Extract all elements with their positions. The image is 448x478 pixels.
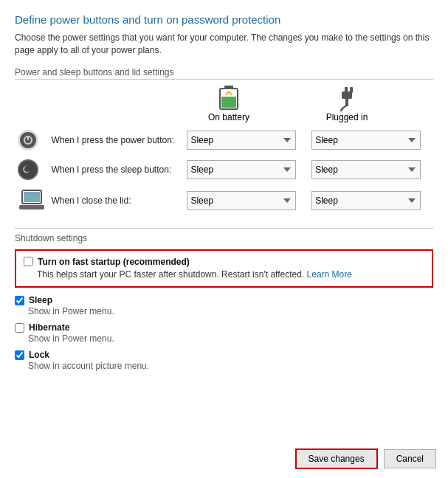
lock-option-label[interactable]: Lock xyxy=(29,350,49,360)
fast-startup-box: Turn on fast startup (recommended) This … xyxy=(15,249,433,288)
power-button-icon xyxy=(18,130,38,150)
svg-rect-2 xyxy=(221,97,236,108)
column-headers: On battery Plugged in xyxy=(170,86,433,122)
sleep-sub-text: Show in Power menu. xyxy=(28,306,433,316)
cancel-button[interactable]: Cancel xyxy=(384,449,436,468)
svg-line-4 xyxy=(229,91,232,95)
sleep-button-icon-cell xyxy=(15,155,48,184)
sleep-button-icon xyxy=(18,159,38,180)
learn-more-link[interactable]: Learn More xyxy=(307,269,352,280)
power-plugged-select[interactable]: Do nothing Sleep Hibernate Shut down xyxy=(311,131,421,150)
sleep-plugged-select-cell: Do nothing Sleep Hibernate Shut down xyxy=(309,155,433,184)
sleep-plugged-select[interactable]: Do nothing Sleep Hibernate Shut down xyxy=(311,160,421,179)
table-row: When I press the sleep button: Do nothin… xyxy=(15,155,433,184)
hibernate-option: Hibernate Show in Power menu. xyxy=(15,322,433,344)
shutdown-section: Shutdown settings Turn on fast startup (… xyxy=(15,228,433,372)
power-battery-select-cell: Do nothing Sleep Hibernate Shut down xyxy=(184,125,309,155)
plug-icon xyxy=(334,86,360,112)
fast-startup-checkbox[interactable] xyxy=(24,257,33,266)
fast-startup-row: Turn on fast startup (recommended) xyxy=(24,257,424,267)
main-panel: Define power buttons and turn on passwor… xyxy=(0,0,448,478)
sleep-battery-select[interactable]: Do nothing Sleep Hibernate Shut down xyxy=(187,160,296,179)
battery-icon xyxy=(218,86,240,112)
shutdown-title: Shutdown settings xyxy=(15,233,433,243)
lid-icon-cell xyxy=(15,184,48,218)
on-battery-header: On battery xyxy=(170,86,288,122)
lock-sub-text: Show in account picture menu. xyxy=(28,361,433,371)
lid-battery-select-cell: Do nothing Sleep Hibernate Shut down xyxy=(184,184,309,218)
table-row: When I close the lid: Do nothing Sleep H… xyxy=(15,184,433,218)
lid-plugged-select[interactable]: Do nothing Sleep Hibernate Shut down xyxy=(311,191,421,210)
hibernate-checkbox[interactable] xyxy=(15,323,24,333)
power-button-icon-cell xyxy=(15,125,48,155)
page-description: Choose the power settings that you want … xyxy=(15,32,433,57)
svg-rect-12 xyxy=(24,192,40,202)
hibernate-option-label[interactable]: Hibernate xyxy=(29,322,69,333)
page-title: Define power buttons and turn on passwor… xyxy=(15,13,433,26)
lid-plugged-select-cell: Do nothing Sleep Hibernate Shut down xyxy=(309,184,433,218)
lock-checkbox[interactable] xyxy=(15,350,24,360)
settings-table: When I press the power button: Do nothin… xyxy=(15,125,433,218)
power-battery-select[interactable]: Do nothing Sleep Hibernate Shut down xyxy=(187,131,296,150)
on-battery-label: On battery xyxy=(208,112,249,122)
sleep-button-label: When I press the sleep button: xyxy=(48,155,184,184)
hibernate-sub-text: Show in Power menu. xyxy=(28,333,433,344)
power-sleep-section-label: Power and sleep buttons and lid settings xyxy=(15,67,433,80)
svg-rect-13 xyxy=(19,205,44,209)
lid-icon xyxy=(19,189,44,211)
power-plugged-select-cell: Do nothing Sleep Hibernate Shut down xyxy=(309,125,433,155)
sleep-option: Sleep Show in Power menu. xyxy=(15,295,433,316)
sleep-checkbox[interactable] xyxy=(15,296,24,305)
bottom-bar: Save changes Cancel xyxy=(295,448,436,469)
plugged-in-label: Plugged in xyxy=(326,112,368,122)
sleep-battery-select-cell: Do nothing Sleep Hibernate Shut down xyxy=(184,155,309,184)
power-button-label: When I press the power button: xyxy=(48,125,184,155)
fast-startup-description: This helps start your PC faster after sh… xyxy=(37,269,424,281)
svg-rect-7 xyxy=(342,91,352,99)
lid-battery-select[interactable]: Do nothing Sleep Hibernate Shut down xyxy=(187,191,296,210)
lid-label: When I close the lid: xyxy=(48,184,184,218)
table-row: When I press the power button: Do nothin… xyxy=(15,125,433,155)
svg-rect-8 xyxy=(345,99,348,106)
plugged-in-header: Plugged in xyxy=(288,86,406,122)
lock-option: Lock Show in account picture menu. xyxy=(15,350,433,371)
fast-startup-label[interactable]: Turn on fast startup (recommended) xyxy=(38,257,190,267)
sleep-option-label[interactable]: Sleep xyxy=(29,295,52,305)
save-button[interactable]: Save changes xyxy=(295,448,378,469)
